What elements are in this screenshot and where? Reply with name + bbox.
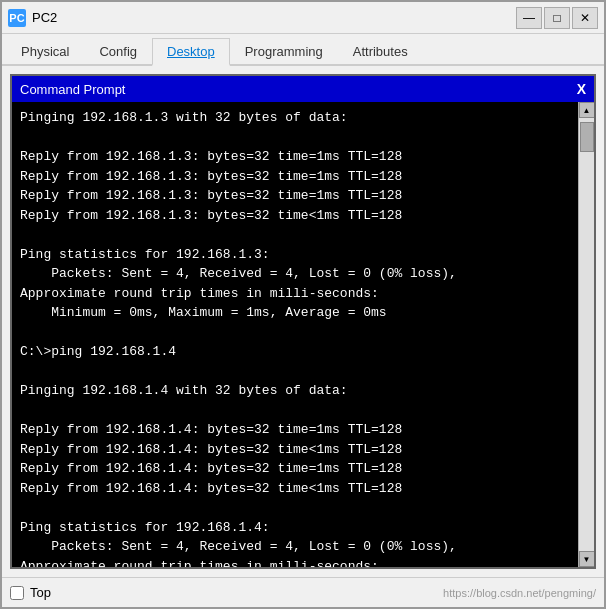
window-close-button[interactable]: ✕ — [572, 7, 598, 29]
window-controls: — □ ✕ — [516, 7, 598, 29]
minimize-button[interactable]: — — [516, 7, 542, 29]
cmd-title-bar: Command Prompt X — [12, 76, 594, 102]
bottom-bar: Top https://blog.csdn.net/pengming/ — [2, 577, 604, 607]
cmd-title-text: Command Prompt — [20, 82, 125, 97]
cmd-body-wrapper: Pinging 192.168.1.3 with 32 bytes of dat… — [12, 102, 594, 567]
scrollbar: ▲ ▼ — [578, 102, 594, 567]
scroll-track — [579, 118, 594, 551]
main-window: PC PC2 — □ ✕ PhysicalConfigDesktopProgra… — [0, 0, 606, 609]
tab-desktop[interactable]: Desktop — [152, 38, 230, 66]
cmd-close-button[interactable]: X — [577, 81, 586, 97]
title-bar: PC PC2 — □ ✕ — [2, 2, 604, 34]
scroll-down-button[interactable]: ▼ — [579, 551, 595, 567]
maximize-button[interactable]: □ — [544, 7, 570, 29]
scroll-thumb[interactable] — [580, 122, 594, 152]
tab-programming[interactable]: Programming — [230, 38, 338, 66]
tab-bar: PhysicalConfigDesktopProgrammingAttribut… — [2, 34, 604, 66]
top-checkbox-wrapper: Top — [10, 585, 51, 600]
command-prompt-window: Command Prompt X Pinging 192.168.1.3 wit… — [10, 74, 596, 569]
watermark-text: https://blog.csdn.net/pengming/ — [443, 587, 596, 599]
window-icon: PC — [8, 9, 26, 27]
tab-config[interactable]: Config — [84, 38, 152, 66]
window-title: PC2 — [32, 10, 516, 25]
cmd-output[interactable]: Pinging 192.168.1.3 with 32 bytes of dat… — [12, 102, 578, 567]
top-checkbox[interactable] — [10, 586, 24, 600]
tab-attributes[interactable]: Attributes — [338, 38, 423, 66]
content-area: Command Prompt X Pinging 192.168.1.3 wit… — [2, 66, 604, 577]
scroll-up-button[interactable]: ▲ — [579, 102, 595, 118]
top-checkbox-label: Top — [30, 585, 51, 600]
tab-physical[interactable]: Physical — [6, 38, 84, 66]
